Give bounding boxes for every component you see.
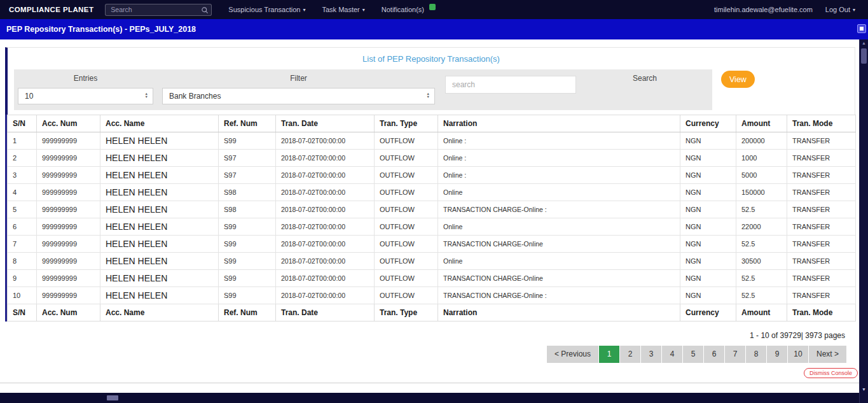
logout-menu[interactable]: Log Out ▾: [825, 6, 855, 13]
cell-accnum: 999999999: [37, 184, 100, 201]
page-button-1[interactable]: 1: [599, 346, 619, 363]
logout-label: Log Out: [825, 6, 850, 13]
col-header-amount: Amount: [736, 304, 787, 322]
table-card: S/NAcc. NumAcc. NameRef. NumTran. DateTr…: [5, 115, 855, 322]
nav-item-task-master[interactable]: Task Master▾: [322, 6, 364, 13]
cell-accname: HELEN HELEN: [100, 167, 219, 184]
page-button-2[interactable]: 2: [620, 346, 640, 363]
cell-accname: HELEN HELEN: [100, 184, 219, 201]
cell-narration: TRANSACTION CHARGE-Online :: [438, 201, 680, 218]
nav-item-notification-s[interactable]: Notification(s): [382, 6, 436, 13]
cell-refnum: S99: [219, 132, 276, 150]
transactions-table: S/NAcc. NumAcc. NameRef. NumTran. DateTr…: [7, 115, 856, 322]
cell-trantype: OUTFLOW: [375, 287, 438, 304]
horizontal-scrollbar[interactable]: [0, 393, 868, 403]
cell-refnum: S99: [219, 253, 276, 270]
cell-tranmode: TRANSFER: [787, 287, 856, 304]
pagination-summary: 1 - 10 of 39729| 3973 pages: [546, 331, 845, 340]
page-button-3[interactable]: 3: [641, 346, 661, 363]
cell-narration: Online: [438, 253, 680, 270]
table-search-input[interactable]: [445, 76, 576, 94]
page-button-8[interactable]: 8: [746, 346, 766, 363]
cell-narration: TRANSACTION CHARGE-Online: [438, 236, 680, 253]
page-button-4[interactable]: 4: [662, 346, 682, 363]
page-button-5[interactable]: 5: [683, 346, 703, 363]
cell-narration: Online: [438, 184, 680, 201]
horizontal-scrollbar-thumb[interactable]: [107, 395, 118, 400]
cell-refnum: S99: [219, 270, 276, 287]
next-page-button[interactable]: Next >: [809, 346, 846, 363]
cell-accnum: 999999999: [37, 201, 100, 218]
cell-refnum: S98: [219, 201, 276, 218]
col-header-tran-type: Tran. Type: [375, 115, 438, 132]
cell-sn: 5: [8, 201, 37, 218]
cell-trantype: OUTFLOW: [375, 184, 438, 201]
view-button[interactable]: View: [721, 71, 755, 88]
table-header-row: S/NAcc. NumAcc. NameRef. NumTran. DateTr…: [8, 115, 856, 132]
entries-select[interactable]: 10 ▲▼: [18, 88, 153, 104]
cell-amount: 22000: [736, 218, 787, 236]
filter-card: List of PEP Repository Transaction(s) En…: [5, 47, 855, 118]
page-titlebar: PEP Repository Transaction(s) - PEPs_JUL…: [0, 19, 868, 39]
page-button-10[interactable]: 10: [788, 346, 808, 363]
table-foot: S/NAcc. NumAcc. NameRef. NumTran. DateTr…: [8, 304, 856, 322]
cell-refnum: S99: [219, 218, 276, 236]
pagination-controls: < Previous12345678910Next >: [546, 346, 846, 363]
search-icon: [201, 6, 209, 14]
cell-trandate: 2018-07-02T00:00:00: [276, 236, 375, 253]
table-row: 8999999999HELEN HELENS992018-07-02T00:00…: [8, 253, 856, 270]
cell-sn: 6: [8, 218, 37, 236]
cell-trandate: 2018-07-02T00:00:00: [276, 150, 375, 167]
cell-trandate: 2018-07-02T00:00:00: [276, 287, 375, 304]
col-header-ref-num: Ref. Num: [219, 115, 276, 132]
col-header-acc-name: Acc. Name: [100, 304, 219, 322]
filter-select[interactable]: Bank Branches ▲▼: [162, 88, 435, 104]
cell-trandate: 2018-07-02T00:00:00: [276, 253, 375, 270]
brand-logo: COMPLIANCE PLANET: [9, 6, 93, 13]
cell-sn: 3: [8, 167, 37, 184]
cell-currency: NGN: [680, 184, 736, 201]
scroll-down-arrow-icon[interactable]: ▼: [860, 387, 868, 392]
cell-accname: HELEN HELEN: [100, 201, 219, 218]
cell-currency: NGN: [680, 287, 736, 304]
filter-label: Filter: [162, 74, 435, 83]
cell-trandate: 2018-07-02T00:00:00: [276, 132, 375, 150]
chevron-down-icon: ▾: [303, 7, 305, 13]
table-row: 7999999999HELEN HELENS992018-07-02T00:00…: [8, 236, 856, 253]
cell-trandate: 2018-07-02T00:00:00: [276, 270, 375, 287]
entries-selected-value: 10: [25, 92, 33, 101]
cell-currency: NGN: [680, 253, 736, 270]
nav-item-label: Task Master: [322, 6, 359, 13]
cell-currency: NGN: [680, 132, 736, 150]
page-button-7[interactable]: 7: [725, 346, 745, 363]
user-email[interactable]: timilehin.adewale@efuelite.com: [714, 6, 813, 13]
nav-item-suspicious-transaction[interactable]: Suspicious Transaction▾: [228, 6, 305, 13]
search-group: [440, 74, 581, 104]
cell-accname: HELEN HELEN: [100, 132, 219, 150]
scroll-up-arrow-icon[interactable]: ▲: [860, 41, 868, 45]
previous-page-button[interactable]: < Previous: [547, 346, 598, 363]
page-button-9[interactable]: 9: [767, 346, 787, 363]
col-header-acc-name: Acc. Name: [100, 115, 219, 132]
divider: [0, 383, 859, 383]
cell-tranmode: TRANSFER: [787, 201, 856, 218]
cell-currency: NGN: [680, 270, 736, 287]
vertical-scrollbar[interactable]: ▲ ▼: [859, 39, 868, 403]
cell-amount: 200000: [736, 132, 787, 150]
cell-accnum: 999999999: [37, 150, 100, 167]
navbar-search-input[interactable]: [105, 4, 212, 16]
cell-accnum: 999999999: [37, 167, 100, 184]
vertical-scrollbar-thumb[interactable]: [861, 48, 867, 64]
panel-toggle-icon[interactable]: [857, 24, 866, 33]
dismiss-console-button[interactable]: Dismiss Console: [804, 368, 858, 378]
table-head: S/NAcc. NumAcc. NameRef. NumTran. DateTr…: [8, 115, 856, 132]
cell-tranmode: TRANSFER: [787, 218, 856, 236]
page-button-6[interactable]: 6: [704, 346, 724, 363]
table-footer-row: S/NAcc. NumAcc. NameRef. NumTran. DateTr…: [8, 304, 856, 322]
cell-narration: Online :: [438, 150, 680, 167]
cell-amount: 5000: [736, 167, 787, 184]
cell-sn: 8: [8, 253, 37, 270]
col-header-tran-mode: Tran. Mode: [787, 115, 856, 132]
cell-accname: HELEN HELEN: [100, 150, 219, 167]
table-row: 5999999999HELEN HELENS982018-07-02T00:00…: [8, 201, 856, 218]
